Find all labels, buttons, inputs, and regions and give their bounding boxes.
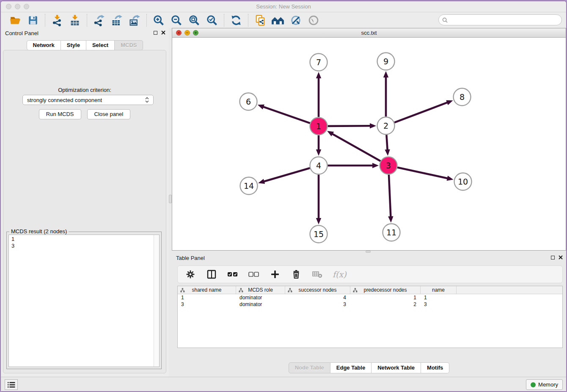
hide-graphics-details-icon[interactable] <box>289 14 303 27</box>
node-label-8: 8 <box>460 92 465 102</box>
edge-arrowhead <box>316 72 321 78</box>
export-table-button[interactable] <box>110 14 124 27</box>
column-label: predecessor nodes <box>363 287 407 293</box>
edge-3-10[interactable] <box>397 168 448 179</box>
search-box[interactable] <box>438 14 562 25</box>
network-canvas[interactable]: 7968124314101511 <box>172 38 566 250</box>
export-network-button[interactable] <box>92 14 106 27</box>
close-panel-button[interactable]: Close panel <box>87 109 131 119</box>
fit-content-button[interactable] <box>187 14 201 27</box>
table-row[interactable]: 3dominator323 <box>178 301 562 308</box>
edge-arrowhead <box>383 71 388 77</box>
search-input[interactable] <box>450 17 558 23</box>
open-session-button[interactable] <box>8 14 22 27</box>
edge-4-14[interactable] <box>264 168 310 182</box>
cell-name[interactable]: 3 <box>421 301 457 308</box>
edge-2-3[interactable] <box>386 135 387 150</box>
edge-1-6[interactable] <box>263 107 310 123</box>
memory-label: Memory <box>538 381 558 388</box>
import-table-button[interactable] <box>68 14 82 27</box>
zoom-out-button[interactable] <box>170 14 183 27</box>
task-history-button[interactable] <box>5 379 18 390</box>
control-panel-title: Control Panel <box>5 30 39 36</box>
tab-node-table[interactable]: Node Table <box>289 362 330 373</box>
edge-2-8[interactable] <box>394 102 448 123</box>
select-all-icon[interactable] <box>227 268 239 281</box>
result-scrollbar[interactable] <box>154 235 159 367</box>
apply-layout-button[interactable] <box>229 14 243 27</box>
splitter-grip[interactable] <box>169 195 172 203</box>
column-header-name[interactable]: name <box>421 286 457 294</box>
node-label-2: 2 <box>383 121 388 130</box>
edge-1-2[interactable] <box>328 126 371 126</box>
level-of-detail-eye-icon[interactable] <box>307 14 320 27</box>
cell-MCDS-role[interactable]: dominator <box>236 294 285 301</box>
column-header-shared-name[interactable]: shared name <box>178 286 236 294</box>
edge-arrowhead <box>316 218 321 224</box>
tab-motifs[interactable]: Motifs <box>421 362 449 373</box>
control-panel: Control Panel NetworkStyleSelectMCDS Opt… <box>1 28 169 377</box>
import-network-button[interactable] <box>50 14 64 27</box>
close-table-panel-icon[interactable] <box>559 255 563 259</box>
column-label: MCDS role <box>248 287 273 293</box>
float-panel-icon[interactable] <box>154 31 157 35</box>
cell-shared-name[interactable]: 1 <box>178 294 236 301</box>
criterion-dropdown[interactable]: strongly connected component <box>22 95 154 105</box>
deselect-all-icon[interactable] <box>248 268 260 281</box>
cytoscape-home-icon[interactable] <box>271 14 285 27</box>
node-table[interactable]: shared nameMCDS rolesuccessor nodesprede… <box>177 286 563 348</box>
app-title: Session: New Session <box>1 3 566 10</box>
node-label-6: 6 <box>246 97 251 106</box>
table-panel: Table Panel <box>172 253 566 377</box>
edge-arrowhead <box>385 149 390 156</box>
tab-network-table[interactable]: Network Table <box>372 362 421 373</box>
memory-button[interactable]: Memory <box>526 379 563 390</box>
float-table-panel-icon[interactable] <box>551 256 555 259</box>
column-header-predecessor-nodes[interactable]: predecessor nodes <box>350 286 421 294</box>
memory-status-icon <box>531 382 536 387</box>
cell-successor-nodes[interactable]: 4 <box>285 294 350 301</box>
network-title: scc.txt <box>172 30 566 36</box>
column-header-MCDS-role[interactable]: MCDS role <box>236 286 285 294</box>
edge-arrowhead <box>258 179 265 184</box>
tab-select[interactable]: Select <box>86 40 115 50</box>
table-settings-gear-icon[interactable] <box>184 268 196 281</box>
panel-splitter-vertical[interactable] <box>169 28 172 377</box>
tab-edge-table[interactable]: Edge Table <box>330 362 372 373</box>
duplicate-network-button[interactable] <box>253 14 267 27</box>
table-toolbar: f(x) <box>177 265 563 283</box>
tab-style[interactable]: Style <box>61 40 86 50</box>
column-type-icon <box>353 288 358 293</box>
node-label-9: 9 <box>383 57 388 66</box>
status-bar: Memory <box>1 377 566 391</box>
run-mcds-button[interactable]: Run MCDS <box>39 109 81 119</box>
column-header-successor-nodes[interactable]: successor nodes <box>285 286 350 294</box>
zoom-selected-button[interactable] <box>205 14 219 27</box>
table-tabs: Node TableEdge TableNetwork TableMotifs <box>172 362 566 373</box>
tab-network[interactable]: Network <box>27 40 61 50</box>
edge-arrowhead <box>316 149 321 156</box>
edge-3-1[interactable] <box>332 134 380 161</box>
edge-3-11[interactable] <box>389 174 391 217</box>
tab-mcds[interactable]: MCDS <box>115 40 143 50</box>
show-column-panel-icon[interactable] <box>206 268 217 281</box>
export-image-button[interactable] <box>128 14 141 27</box>
cell-predecessor-nodes[interactable]: 1 <box>350 294 421 301</box>
close-panel-icon[interactable] <box>161 30 165 35</box>
cell-shared-name[interactable]: 3 <box>178 301 236 308</box>
node-label-10: 10 <box>458 177 468 186</box>
optimization-criterion-label: Optimization criterion: <box>3 87 166 93</box>
add-column-plus-icon[interactable] <box>269 268 281 281</box>
mcds-result-box[interactable]: 1 3 <box>8 235 160 367</box>
main-toolbar <box>1 12 566 28</box>
network-window-titlebar[interactable]: scc.txt <box>172 28 566 38</box>
delete-column-trash-icon[interactable] <box>290 268 302 281</box>
zoom-in-button[interactable] <box>152 14 165 27</box>
cell-name[interactable]: 1 <box>421 294 457 301</box>
cell-MCDS-role[interactable]: dominator <box>236 301 285 308</box>
table-row[interactable]: 1dominator411 <box>178 294 562 301</box>
cell-successor-nodes[interactable]: 3 <box>285 301 350 308</box>
save-session-button[interactable] <box>26 14 40 27</box>
cell-predecessor-nodes[interactable]: 2 <box>350 301 421 308</box>
column-type-icon <box>288 288 292 293</box>
